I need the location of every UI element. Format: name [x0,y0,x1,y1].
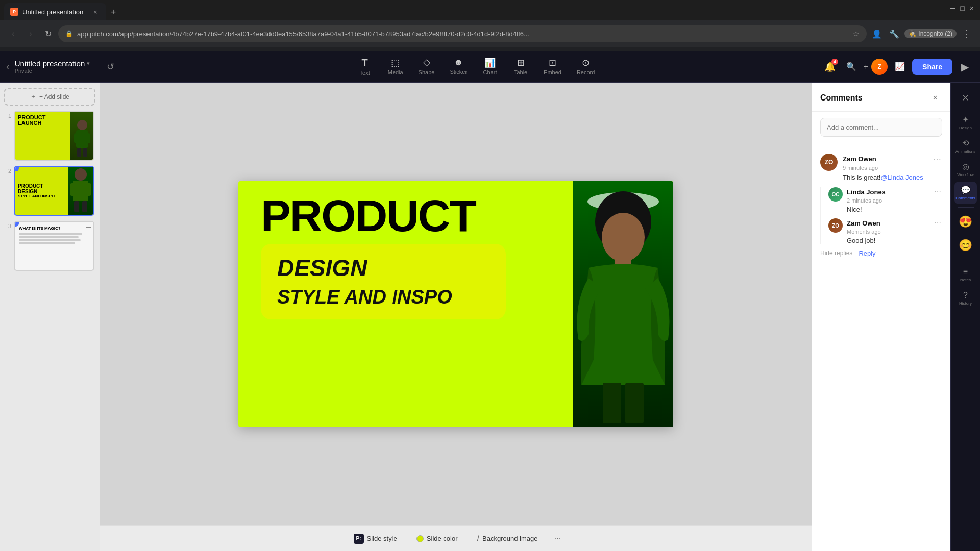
chart-icon: 📊 [484,57,496,68]
sidebar-item-animations[interactable]: ⟲ Animations [954,135,977,157]
reply-menu-2[interactable]: ⋯ [933,218,942,228]
workflow-icon: ◎ [962,162,969,171]
add-collaborator-icon: + [864,62,868,71]
reply-text-2: Good job! [847,237,942,244]
window-minimize[interactable]: ─ [950,4,955,12]
comment-menu-1[interactable]: ⋯ [932,154,942,164]
sidebar-item-workflow[interactable]: ◎ Workflow [954,158,977,181]
text-label: Text [360,70,370,76]
sidebar-item-comments[interactable]: 💬 Comments [954,182,977,204]
app-container: ‹ Untitled presentation ▾ Private ↺ T Te… [0,51,980,551]
forward-button[interactable]: › [23,27,38,41]
slide-style-tool[interactable]: P: Slide style [346,530,405,547]
svg-rect-10 [74,201,79,212]
background-image-label: Background image [482,535,537,542]
embed-icon: ⊡ [549,57,556,68]
tool-sticker[interactable]: ☻ Sticker [443,55,474,79]
tab-close[interactable]: × [91,7,100,16]
bookmark-icon[interactable]: ☆ [853,30,860,38]
tool-shape[interactable]: ◇ Shape [411,55,442,79]
tab-title: Untitled presentation [22,8,87,16]
slide-item-1[interactable]: 1 PRODUCT LAUNCH [4,111,95,161]
tool-record[interactable]: ⊙ Record [570,55,602,79]
slides-panel: ＋ + Add slide 1 PRODUCT LAUNCH [0,83,100,551]
slide3-delete[interactable]: — [86,224,91,230]
reply-body-2: Zam Owen ⋯ Moments ago Good job! [847,218,942,244]
record-label: Record [577,69,595,76]
main-slide[interactable]: PRODUCT DESIGN STYLE AND INSPO [238,181,673,427]
reply-item-1: OC Linda Jones ⋯ 2 minutes ago Nice! [828,187,942,213]
address-bar[interactable]: 🔒 app.pitch.com/app/presentation/4b74b27… [58,25,867,42]
play-button[interactable]: ▶ [955,58,974,76]
slide-thumb-1[interactable]: PRODUCT LAUNCH [14,111,94,161]
more-icon: ··· [554,534,561,543]
slide1-person-svg [72,119,92,160]
right-sidebar: ✕ ✦ Design ⟲ Animations ◎ Workflow 💬 Com… [950,83,980,551]
slide-content-left: PRODUCT DESIGN STYLE AND INSPO [238,181,573,427]
refresh-button[interactable]: ↻ [41,27,55,41]
back-to-home[interactable]: ‹ [6,61,10,72]
reply-item-2: ZO Zam Owen ⋯ Moments ago Good job! [828,218,942,244]
reply-body-1: Linda Jones ⋯ 2 minutes ago Nice! [847,187,942,213]
svg-rect-4 [77,148,81,157]
sidebar-item-notes[interactable]: ≡ Notes [954,263,977,286]
reply-button[interactable]: Reply [859,249,875,257]
presentation-subtitle: Private [15,68,90,74]
sidebar-close-btn[interactable]: ✕ [954,88,977,108]
comment-input[interactable] [820,118,942,137]
tool-table[interactable]: ⊞ Table [506,55,535,79]
app-main: ＋ + Add slide 1 PRODUCT LAUNCH [0,83,980,551]
slide1-right [70,112,93,160]
browser-chrome: ─ □ × P Untitled presentation × + ‹ › ↻ … [0,0,980,51]
user-avatar[interactable]: Z [871,59,888,75]
record-icon: ⊙ [582,57,590,68]
slide-item-2[interactable]: 2 PRODUCT DESIGN STYLE AND INSPO [4,166,95,216]
tool-text[interactable]: T Text [350,55,380,79]
background-image-tool[interactable]: / Background image [470,531,546,547]
new-tab-button[interactable]: + [106,5,120,19]
comments-title: Comments [820,93,863,103]
notification-button[interactable]: 🔔 4 [821,58,839,76]
tool-chart[interactable]: 📊 Chart [475,55,505,79]
search-button[interactable]: 🔍 [842,58,861,76]
tool-embed[interactable]: ⊡ Embed [536,55,569,79]
emoji-icon: 😊 [959,239,972,252]
undo-button[interactable]: ↺ [102,59,118,75]
add-slide-button[interactable]: ＋ + Add slide [4,88,95,106]
browser-menu[interactable]: ⋮ [960,27,974,41]
extensions-icon[interactable]: 🔧 [887,27,901,41]
sidebar-item-emoji[interactable]: 😊 [954,234,977,257]
tool-media[interactable]: ⬚ Media [381,55,410,79]
slide-thumb-3[interactable]: WHAT IS ITS MAGIC? 1 — [14,221,94,271]
browser-tab-active[interactable]: P Untitled presentation × [4,3,106,20]
media-icon: ⬚ [391,57,400,68]
presentation-title: Untitled presentation [15,59,85,68]
share-button[interactable]: Share [912,59,952,75]
comments-list: ZO Zam Owen ⋯ 9 minutes ago This is grea… [812,143,950,551]
comments-panel: Comments × ZO Zam Owen ⋯ [812,83,950,551]
slide-thumb-2[interactable]: PRODUCT DESIGN STYLE AND INSPO [14,166,94,216]
hide-replies-button[interactable]: Hide replies [820,249,852,257]
reply-time-1: 2 minutes ago [847,197,942,204]
comment-replies: OC Linda Jones ⋯ 2 minutes ago Nice! [820,187,942,244]
profile-icon[interactable]: 👤 [870,27,884,41]
shape-label: Shape [419,69,435,76]
more-options-tool[interactable]: ··· [549,531,566,547]
window-maximize[interactable]: □ [960,4,964,12]
back-button[interactable]: ‹ [6,27,20,41]
media-label: Media [388,69,403,76]
analytics-button[interactable]: 📈 [891,58,909,76]
sidebar-item-design[interactable]: ✦ Design [954,111,977,134]
toolbar-actions: 🔔 4 🔍 + Z 📈 Share ▶ [821,58,974,76]
embed-label: Embed [544,69,561,76]
sidebar-item-reactions[interactable]: 😍 [954,211,977,233]
reply-menu-1[interactable]: ⋯ [933,187,942,196]
svg-rect-2 [74,133,78,143]
slide-item-3[interactable]: 3 WHAT IS ITS MAGIC? 1 — [4,221,95,271]
comments-close-button[interactable]: × [928,91,942,105]
window-close[interactable]: × [970,4,974,12]
title-dropdown-arrow[interactable]: ▾ [87,60,90,67]
comment-author-1: Zam Owen [843,155,876,163]
slide-color-tool[interactable]: Slide color [409,531,465,546]
sidebar-item-history[interactable]: ? History [954,287,977,309]
